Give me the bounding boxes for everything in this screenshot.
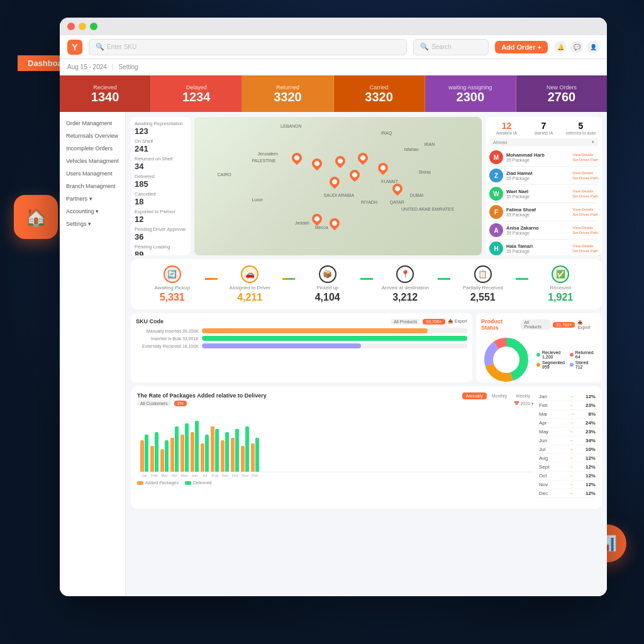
rate-chart: The Rate of Packages Added relative to D… — [131, 386, 602, 509]
minimize-dot[interactable] — [79, 23, 86, 30]
pipeline-label: Received — [550, 285, 571, 291]
sidebar-item-vehicles-managment[interactable]: Vehicles Managment — [60, 155, 125, 167]
pipeline-step-0: 🔄 Awaiting Pickup 5,331 — [140, 265, 205, 303]
month-name: Dec — [539, 491, 557, 496]
view-details-button[interactable]: View Details — [572, 244, 598, 248]
arrow-icon: → — [569, 394, 574, 399]
stat-item-waiting-assigning[interactable]: waiting Assigning2300 — [425, 75, 516, 112]
stat-item-delayed[interactable]: Delayed1234 — [151, 75, 242, 112]
search-input[interactable]: 🔍 Search — [413, 39, 489, 55]
set-driver-path-button[interactable]: Set Driver Path — [572, 231, 598, 235]
map-pin-2[interactable] — [333, 153, 348, 168]
sidebar-item-branch-managment[interactable]: Branch Managment — [60, 180, 125, 192]
view-details-button[interactable]: View Details — [572, 208, 598, 211]
driver-actions: View Details Set Driver Path — [572, 226, 598, 235]
rate-badge: 2% — [174, 401, 187, 406]
maximize-dot[interactable] — [90, 23, 97, 30]
year-selector[interactable]: 📅 2020 ▾ — [514, 401, 534, 406]
map-pin-4[interactable] — [376, 160, 391, 175]
all-products-filter[interactable]: All Products — [391, 319, 420, 325]
map-pin-0[interactable] — [290, 151, 304, 165]
arrow-icon: → — [569, 455, 574, 461]
driver-actions: View Details Set Driver Path — [572, 153, 598, 162]
view-details-button[interactable]: View Details — [572, 153, 598, 157]
bar-delivered — [145, 435, 148, 472]
view-details-button[interactable]: View Details — [572, 171, 598, 175]
bar-group — [231, 429, 239, 472]
map-label: QATAR — [390, 200, 404, 204]
sidebar-item-incomplete-orders[interactable]: Incomplete Orders — [60, 142, 125, 155]
rate-filter[interactable]: All Customers — [137, 401, 171, 406]
pipeline-step-2: 📦 Picked up 4,104 — [295, 265, 360, 303]
driver-tab[interactable]: 12 Awaited IA — [489, 121, 524, 135]
bar-delivered — [225, 432, 229, 472]
messages-icon[interactable]: 💬 — [570, 41, 583, 53]
export-button[interactable]: 📤 Export — [448, 319, 467, 324]
bar-delivered — [155, 432, 158, 472]
status-panel: Awaiting Represntation123On Shelf241Retu… — [131, 117, 191, 255]
sidebar-item-partners[interactable]: Partners ▾ — [60, 192, 125, 205]
stat-item-carried[interactable]: Carried3320 — [334, 75, 425, 112]
notification-icon[interactable]: 🔔 — [554, 41, 567, 53]
sidebar-item-returnsals-overview[interactable]: Returnsals Overview — [60, 130, 125, 142]
rate-tab[interactable]: Weekly — [512, 392, 534, 399]
sidebar-item-users-managment[interactable]: Users Managment — [60, 167, 125, 180]
ps-export-button[interactable]: 📤 Export — [577, 320, 597, 330]
arrow-icon: → — [569, 447, 574, 452]
rate-tabs: AnnuallyMonthlyWeekly — [462, 392, 534, 399]
pipeline-value: 2,551 — [470, 292, 496, 303]
bar-delivered — [245, 426, 249, 472]
product-status-header: Product Status All Products 33,700+ 📤 Ex… — [481, 318, 597, 331]
pipeline-value: 5,331 — [160, 292, 185, 303]
month-label: Jul — [201, 474, 209, 477]
set-driver-path-button[interactable]: Set Driver Path — [572, 176, 598, 180]
set-driver-path-button[interactable]: Set Driver Path — [572, 249, 598, 253]
close-dot[interactable] — [67, 23, 75, 30]
pipeline-value: 4,104 — [315, 292, 340, 303]
stat-item-recieved[interactable]: Recieved1340 — [60, 75, 151, 112]
map-label: IRAQ — [381, 131, 392, 135]
map-pin-1[interactable] — [310, 157, 325, 171]
add-order-button[interactable]: Add Order + — [495, 41, 548, 53]
view-details-button[interactable]: View Details — [572, 189, 598, 193]
bar-added — [221, 440, 225, 472]
driver-actions: View Details Set Driver Path — [572, 171, 598, 180]
map-pin-3[interactable] — [356, 151, 370, 165]
status-row: Delivered185 — [135, 174, 187, 189]
sku-input[interactable]: 🔍 Enter SKU — [89, 39, 407, 55]
setting-label[interactable]: Setting — [118, 64, 138, 70]
status-row: Pending Loading89 — [135, 244, 187, 255]
sidebar-item-accounting[interactable]: Accounting ▾ — [60, 205, 125, 218]
set-driver-path-button[interactable]: Set Driver Path — [572, 213, 598, 216]
pipeline-icon: 📋 — [474, 265, 492, 283]
month-rate-row: Nov → 12% — [539, 480, 596, 489]
legend-dot — [570, 363, 574, 367]
set-driver-path-button[interactable]: Set Driver Path — [572, 158, 598, 162]
driver-tab[interactable]: 5 referred to auto — [564, 121, 598, 135]
driver-tab[interactable]: 7 started IA — [526, 121, 561, 135]
user-icon[interactable]: 👤 — [587, 41, 599, 53]
month-name: Jul — [539, 447, 557, 452]
map-label: CAIRO — [218, 172, 231, 177]
set-driver-path-button[interactable]: Set Driver Path — [572, 194, 598, 198]
month-name: May — [539, 429, 557, 435]
rate-tab[interactable]: Monthly — [488, 392, 511, 399]
sidebar-item-order-managment[interactable]: Order Managment — [60, 117, 125, 130]
map-pin-9[interactable] — [327, 216, 341, 230]
month-rate-pct: 24% — [586, 420, 596, 426]
month-rate-pct: 34% — [586, 438, 596, 443]
rate-tab[interactable]: Annually — [462, 392, 487, 399]
stat-item-new-orders[interactable]: New Orders2760 — [516, 75, 607, 112]
map-pin-5[interactable] — [347, 167, 362, 182]
nav-bar: Y 🔍 Enter SKU 🔍 Search Add Order + 🔔 💬 👤 — [60, 35, 607, 59]
pipeline-value: 4,211 — [237, 292, 262, 303]
sidebar-item-settings[interactable]: Settings ▾ — [60, 218, 125, 230]
view-details-button[interactable]: View Details — [572, 226, 598, 230]
month-name: Aug — [539, 455, 557, 461]
stat-item-returned[interactable]: Returned3320 — [242, 75, 333, 112]
legend-item: Delivered — [185, 480, 212, 485]
driver-filter[interactable]: Ahmed▾ — [489, 138, 598, 146]
map-pin-8[interactable] — [310, 212, 325, 226]
map-pin-6[interactable] — [327, 174, 341, 189]
ps-all-products[interactable]: All Products — [521, 319, 550, 330]
